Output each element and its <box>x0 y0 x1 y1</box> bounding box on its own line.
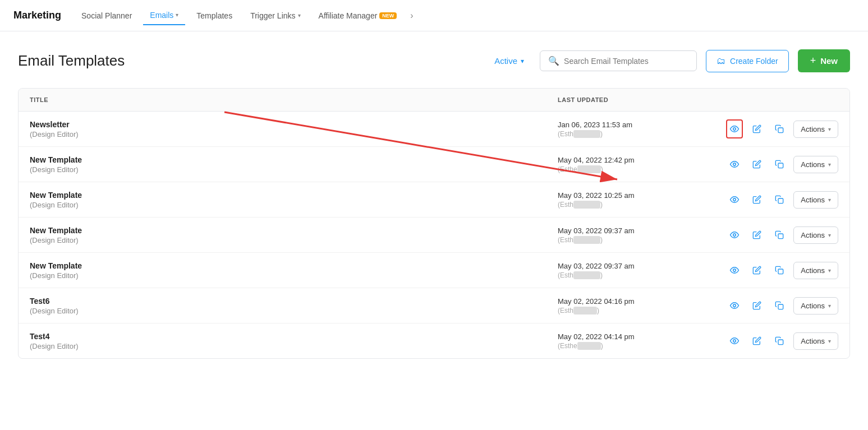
table-row: New Template (Design Editor) May 03, 202… <box>19 182 849 218</box>
preview-icon-button[interactable] <box>726 190 743 209</box>
edit-icon-button[interactable] <box>748 261 765 280</box>
row-date: May 03, 2022 10:25 am <box>558 191 726 200</box>
row-title-cell: New Template (Design Editor) <box>30 191 558 209</box>
preview-icon-button[interactable] <box>726 155 743 174</box>
edit-icon-button[interactable] <box>748 331 765 350</box>
row-subtitle: (Design Editor) <box>30 271 558 280</box>
row-actions-cell: Actions ▾ <box>726 119 838 138</box>
row-date-cell: Jan 06, 2023 11:53 am (Esthxxxxxxxx) <box>558 121 726 138</box>
nav-emails[interactable]: Emails ▾ <box>143 6 185 25</box>
svg-point-19 <box>734 342 735 343</box>
col-actions <box>726 96 838 103</box>
row-title: Newsletter <box>30 120 558 129</box>
row-actions-cell: Actions ▾ <box>726 261 838 280</box>
nav-more-icon[interactable]: › <box>408 6 415 25</box>
actions-label: Actions <box>801 196 825 204</box>
table-body: Newsletter (Design Editor) Jan 06, 2023 … <box>19 112 849 358</box>
search-icon: 🔍 <box>548 56 559 66</box>
actions-label: Actions <box>801 160 825 169</box>
page-title: Email Templates <box>18 52 125 70</box>
nav-affiliate-manager[interactable]: Affiliate Manager new <box>312 7 404 25</box>
page-header: Email Templates Active ▾ 🔍 🗂 Create Fold… <box>18 49 850 72</box>
actions-dropdown-button[interactable]: Actions ▾ <box>793 297 838 315</box>
new-badge: new <box>379 12 397 19</box>
actions-label: Actions <box>801 125 825 133</box>
row-subtitle: (Design Editor) <box>30 201 558 209</box>
edit-icon-button[interactable] <box>748 190 765 209</box>
edit-icon-button[interactable] <box>748 225 765 244</box>
nav-templates[interactable]: Templates <box>190 7 239 25</box>
row-title-cell: Test4 (Design Editor) <box>30 332 558 350</box>
svg-point-18 <box>733 340 736 343</box>
svg-point-12 <box>733 269 736 272</box>
table-header: TITLE LAST UPDATED <box>19 89 849 112</box>
preview-icon-button[interactable] <box>726 225 743 244</box>
svg-point-6 <box>733 198 736 201</box>
actions-label: Actions <box>801 337 825 345</box>
svg-point-4 <box>734 165 735 167</box>
table-row: Test4 (Design Editor) May 02, 2022 04:14… <box>19 323 849 358</box>
actions-dropdown-button[interactable]: Actions ▾ <box>793 156 838 173</box>
row-actions-cell: Actions ▾ <box>726 155 838 174</box>
row-title: Test4 <box>30 332 558 341</box>
copy-icon-button[interactable] <box>771 190 788 209</box>
table-row: New Template (Design Editor) May 03, 202… <box>19 253 849 288</box>
edit-icon-button[interactable] <box>748 296 765 315</box>
svg-point-0 <box>733 128 736 131</box>
edit-icon-button[interactable] <box>748 119 765 138</box>
create-folder-button[interactable]: 🗂 Create Folder <box>706 50 789 72</box>
row-date-cell: May 03, 2022 09:37 am (Esthxxxxxxxx) <box>558 262 726 279</box>
row-subtitle: (Design Editor) <box>30 307 558 315</box>
preview-icon-button[interactable] <box>726 296 743 315</box>
row-title: New Template <box>30 155 558 164</box>
row-title-cell: New Template (Design Editor) <box>30 226 558 244</box>
col-title: TITLE <box>30 96 558 103</box>
actions-dropdown-button[interactable]: Actions ▾ <box>793 262 838 279</box>
row-subtitle: (Design Editor) <box>30 342 558 350</box>
row-subtitle: (Design Editor) <box>30 165 558 174</box>
svg-rect-20 <box>778 340 783 345</box>
actions-dropdown-button[interactable]: Actions ▾ <box>793 332 838 350</box>
preview-icon-button[interactable] <box>726 261 743 280</box>
preview-icon-button[interactable] <box>726 119 743 138</box>
nav-trigger-links[interactable]: Trigger Links ▾ <box>244 7 307 25</box>
svg-rect-2 <box>778 128 783 133</box>
actions-chevron-icon: ▾ <box>828 267 831 274</box>
row-user-blurred: xxxxxxx <box>577 165 601 173</box>
svg-point-1 <box>734 130 735 131</box>
table-row: New Template (Design Editor) May 03, 202… <box>19 218 849 253</box>
copy-icon-button[interactable] <box>771 119 788 138</box>
row-actions-cell: Actions ▾ <box>726 190 838 209</box>
copy-icon-button[interactable] <box>771 225 788 244</box>
row-title: New Template <box>30 226 558 235</box>
edit-icon-button[interactable] <box>748 155 765 174</box>
actions-dropdown-button[interactable]: Actions ▾ <box>793 226 838 244</box>
svg-point-3 <box>733 163 736 166</box>
copy-icon-button[interactable] <box>771 155 788 174</box>
row-title-cell: New Template (Design Editor) <box>30 155 558 174</box>
row-subtitle: (Design Editor) <box>30 236 558 244</box>
row-user: (Esthxxxxxxxx) <box>558 130 726 138</box>
row-date: Jan 06, 2023 11:53 am <box>558 121 726 129</box>
row-subtitle: (Design Editor) <box>30 130 558 138</box>
filter-dropdown[interactable]: Active ▾ <box>488 52 531 70</box>
plus-icon: + <box>810 55 816 67</box>
svg-rect-17 <box>778 304 783 309</box>
actions-label: Actions <box>801 266 825 275</box>
svg-point-7 <box>734 201 735 202</box>
copy-icon-button[interactable] <box>771 261 788 280</box>
copy-icon-button[interactable] <box>771 331 788 350</box>
row-title: New Template <box>30 191 558 200</box>
actions-dropdown-button[interactable]: Actions ▾ <box>793 121 838 138</box>
preview-icon-button[interactable] <box>726 331 743 350</box>
new-button[interactable]: + New <box>798 49 850 72</box>
row-title-cell: New Template (Design Editor) <box>30 261 558 280</box>
nav-social-planner[interactable]: Social Planner <box>75 7 139 25</box>
search-input[interactable] <box>564 57 688 66</box>
copy-icon-button[interactable] <box>771 296 788 315</box>
actions-dropdown-button[interactable]: Actions ▾ <box>793 191 838 209</box>
row-actions-cell: Actions ▾ <box>726 331 838 350</box>
svg-rect-5 <box>778 163 783 168</box>
row-user: (Esthxxxxxxxx) <box>558 236 726 244</box>
row-user: (Esthxxxxxxxx) <box>558 271 726 279</box>
